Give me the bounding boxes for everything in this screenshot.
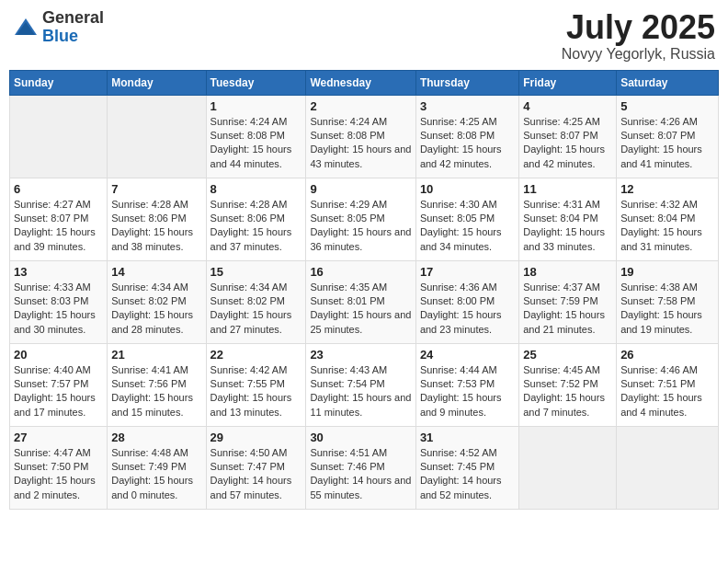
daylight-text: Daylight: 15 hours and 31 minutes.	[620, 226, 702, 251]
sunrise-text: Sunrise: 4:31 AM	[523, 199, 600, 210]
day-info: Sunrise: 4:48 AMSunset: 7:49 PMDaylight:…	[111, 446, 201, 503]
sunset-text: Sunset: 7:59 PM	[523, 295, 597, 306]
day-info: Sunrise: 4:31 AMSunset: 8:04 PMDaylight:…	[523, 198, 612, 255]
day-info: Sunrise: 4:27 AMSunset: 8:07 PMDaylight:…	[14, 198, 103, 255]
day-info: Sunrise: 4:45 AMSunset: 7:52 PMDaylight:…	[523, 363, 612, 420]
daylight-text: Daylight: 15 hours and 39 minutes.	[14, 226, 96, 251]
sunset-text: Sunset: 8:05 PM	[420, 213, 495, 224]
sunset-text: Sunset: 8:05 PM	[310, 213, 384, 224]
sunrise-text: Sunrise: 4:34 AM	[111, 282, 188, 293]
sunrise-text: Sunrise: 4:43 AM	[310, 364, 387, 375]
calendar-cell: 6Sunrise: 4:27 AMSunset: 8:07 PMDaylight…	[10, 178, 108, 260]
daylight-text: Daylight: 14 hours and 55 minutes.	[310, 475, 411, 500]
day-info: Sunrise: 4:28 AMSunset: 8:06 PMDaylight:…	[111, 198, 201, 255]
logo-blue-text: Blue	[42, 28, 104, 46]
sunset-text: Sunset: 7:55 PM	[210, 378, 285, 389]
day-number: 29	[210, 431, 302, 444]
day-info: Sunrise: 4:44 AMSunset: 7:53 PMDaylight:…	[420, 363, 515, 420]
sunrise-text: Sunrise: 4:40 AM	[14, 364, 91, 375]
day-number: 4	[523, 99, 612, 113]
sunrise-text: Sunrise: 4:37 AM	[523, 282, 600, 293]
calendar-cell: 11Sunrise: 4:31 AMSunset: 8:04 PMDayligh…	[519, 178, 617, 260]
sunrise-text: Sunrise: 4:50 AM	[210, 447, 288, 458]
column-header-thursday: Thursday	[415, 70, 518, 95]
column-header-tuesday: Tuesday	[206, 70, 306, 95]
day-info: Sunrise: 4:25 AMSunset: 8:08 PMDaylight:…	[420, 115, 515, 172]
sunset-text: Sunset: 8:08 PM	[310, 130, 384, 141]
day-number: 23	[310, 348, 412, 362]
sunrise-text: Sunrise: 4:29 AM	[310, 199, 387, 210]
day-info: Sunrise: 4:30 AMSunset: 8:05 PMDaylight:…	[420, 198, 515, 255]
sunset-text: Sunset: 7:53 PM	[420, 378, 495, 389]
sunrise-text: Sunrise: 4:47 AM	[14, 447, 91, 458]
sunrise-text: Sunrise: 4:28 AM	[111, 199, 188, 210]
daylight-text: Daylight: 15 hours and 4 minutes.	[620, 392, 702, 417]
daylight-text: Daylight: 15 hours and 15 minutes.	[111, 392, 193, 417]
sunrise-text: Sunrise: 4:46 AM	[620, 364, 698, 375]
sunrise-text: Sunrise: 4:26 AM	[620, 116, 698, 127]
day-info: Sunrise: 4:40 AMSunset: 7:57 PMDaylight:…	[14, 363, 103, 420]
column-header-friday: Friday	[519, 70, 617, 95]
daylight-text: Daylight: 15 hours and 43 minutes.	[310, 144, 411, 168]
daylight-text: Daylight: 15 hours and 36 minutes.	[310, 226, 411, 251]
daylight-text: Daylight: 15 hours and 23 minutes.	[420, 309, 502, 334]
calendar-cell: 12Sunrise: 4:32 AMSunset: 8:04 PMDayligh…	[617, 178, 719, 260]
sunset-text: Sunset: 7:54 PM	[310, 378, 384, 389]
day-number: 7	[111, 182, 201, 196]
day-number: 31	[420, 431, 515, 444]
calendar-cell	[617, 426, 719, 509]
sunrise-text: Sunrise: 4:28 AM	[210, 199, 288, 210]
calendar-cell: 2Sunrise: 4:24 AMSunset: 8:08 PMDaylight…	[306, 95, 416, 178]
sunrise-text: Sunrise: 4:32 AM	[620, 199, 698, 210]
daylight-text: Daylight: 15 hours and 11 minutes.	[310, 392, 411, 417]
calendar-cell: 29Sunrise: 4:50 AMSunset: 7:47 PMDayligh…	[206, 426, 306, 509]
sunset-text: Sunset: 7:45 PM	[420, 461, 495, 472]
sunset-text: Sunset: 7:51 PM	[620, 378, 695, 389]
day-number: 26	[620, 348, 714, 362]
day-info: Sunrise: 4:37 AMSunset: 7:59 PMDaylight:…	[523, 281, 612, 338]
daylight-text: Daylight: 15 hours and 0 minutes.	[111, 475, 193, 500]
day-info: Sunrise: 4:50 AMSunset: 7:47 PMDaylight:…	[210, 446, 302, 503]
sunset-text: Sunset: 8:07 PM	[14, 213, 88, 224]
sunset-text: Sunset: 8:02 PM	[210, 295, 285, 306]
logo: General Blue	[13, 9, 104, 46]
daylight-text: Daylight: 15 hours and 19 minutes.	[620, 309, 702, 334]
sunrise-text: Sunrise: 4:24 AM	[310, 116, 387, 127]
calendar-week-row: 13Sunrise: 4:33 AMSunset: 8:03 PMDayligh…	[10, 260, 719, 343]
sunset-text: Sunset: 8:07 PM	[620, 130, 695, 141]
sunrise-text: Sunrise: 4:42 AM	[210, 364, 288, 375]
daylight-text: Daylight: 15 hours and 27 minutes.	[210, 309, 292, 334]
sunrise-text: Sunrise: 4:27 AM	[14, 199, 91, 210]
calendar-cell: 10Sunrise: 4:30 AMSunset: 8:05 PMDayligh…	[415, 178, 518, 260]
sunrise-text: Sunrise: 4:52 AM	[420, 447, 497, 458]
daylight-text: Daylight: 15 hours and 42 minutes.	[523, 144, 605, 168]
day-info: Sunrise: 4:26 AMSunset: 8:07 PMDaylight:…	[620, 115, 714, 172]
calendar-cell: 20Sunrise: 4:40 AMSunset: 7:57 PMDayligh…	[10, 343, 108, 426]
daylight-text: Daylight: 15 hours and 37 minutes.	[210, 226, 292, 251]
calendar-cell: 14Sunrise: 4:34 AMSunset: 8:02 PMDayligh…	[108, 260, 206, 343]
calendar-cell: 24Sunrise: 4:44 AMSunset: 7:53 PMDayligh…	[415, 343, 518, 426]
sunrise-text: Sunrise: 4:44 AM	[420, 364, 497, 375]
calendar-cell: 15Sunrise: 4:34 AMSunset: 8:02 PMDayligh…	[206, 260, 306, 343]
sunset-text: Sunset: 7:46 PM	[310, 461, 384, 472]
day-number: 12	[620, 182, 714, 196]
daylight-text: Daylight: 15 hours and 42 minutes.	[420, 144, 502, 168]
calendar-cell: 22Sunrise: 4:42 AMSunset: 7:55 PMDayligh…	[206, 343, 306, 426]
logo-general-text: General	[42, 9, 104, 28]
day-number: 30	[310, 431, 412, 444]
calendar-cell: 1Sunrise: 4:24 AMSunset: 8:08 PMDaylight…	[206, 95, 306, 178]
day-info: Sunrise: 4:42 AMSunset: 7:55 PMDaylight:…	[210, 363, 302, 420]
sunrise-text: Sunrise: 4:25 AM	[523, 116, 600, 127]
sunset-text: Sunset: 8:00 PM	[420, 295, 495, 306]
sunrise-text: Sunrise: 4:36 AM	[420, 282, 497, 293]
sunrise-text: Sunrise: 4:38 AM	[620, 282, 698, 293]
day-number: 24	[420, 348, 515, 362]
day-number: 21	[111, 348, 201, 362]
calendar-cell: 8Sunrise: 4:28 AMSunset: 8:06 PMDaylight…	[206, 178, 306, 260]
calendar-cell: 4Sunrise: 4:25 AMSunset: 8:07 PMDaylight…	[519, 95, 617, 178]
calendar-cell: 31Sunrise: 4:52 AMSunset: 7:45 PMDayligh…	[415, 426, 518, 509]
day-number: 28	[111, 431, 201, 444]
day-info: Sunrise: 4:52 AMSunset: 7:45 PMDaylight:…	[420, 446, 515, 503]
calendar-cell: 17Sunrise: 4:36 AMSunset: 8:00 PMDayligh…	[415, 260, 518, 343]
day-number: 18	[523, 265, 612, 279]
